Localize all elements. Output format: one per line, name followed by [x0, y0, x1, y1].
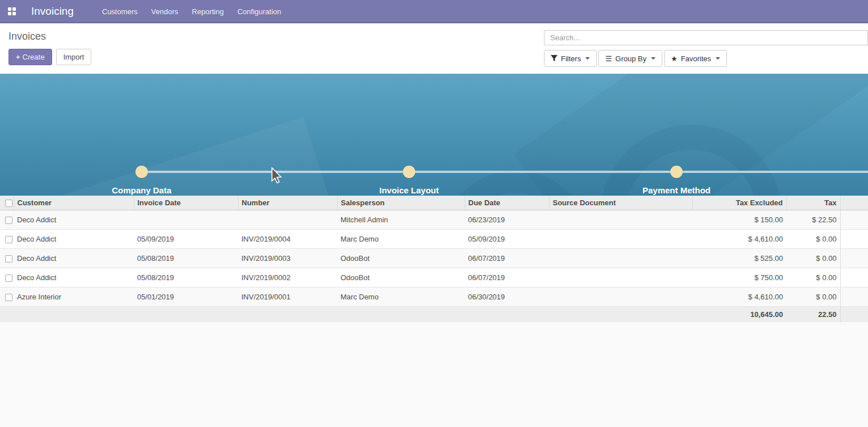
- table-row[interactable]: Deco Addict Mitchell Admin 06/23/2019 $ …: [0, 210, 868, 230]
- step-dot-icon: [135, 166, 148, 178]
- menu-customers[interactable]: Customers: [95, 1, 144, 23]
- onboarding-step-payment-method: Payment Method Configure your payment me…: [563, 166, 790, 196]
- table-row[interactable]: Deco Addict 05/08/2019 INV/2019/0002 Odo…: [0, 268, 868, 288]
- column-header-number[interactable]: Number: [238, 196, 337, 210]
- caret-down-icon: [585, 57, 590, 60]
- step-dot-icon: [670, 166, 683, 178]
- funnel-icon: [551, 55, 558, 62]
- cell-salesperson[interactable]: OdooBot: [337, 268, 465, 288]
- app-title[interactable]: Invoicing: [31, 5, 74, 18]
- cell-customer[interactable]: Deco Addict: [14, 268, 134, 288]
- import-button[interactable]: Import: [56, 49, 92, 65]
- cell-invoice-date[interactable]: 05/09/2019: [134, 230, 238, 249]
- table-row[interactable]: Deco Addict 05/09/2019 INV/2019/0004 Mar…: [0, 230, 868, 249]
- search-area: Filters ☰ Group By ★ Favorites: [544, 30, 868, 67]
- caret-down-icon: [716, 57, 720, 60]
- cell-customer[interactable]: Deco Addict: [14, 249, 134, 268]
- cell-salesperson[interactable]: Marc Demo: [337, 288, 465, 307]
- invoicing-app-window: { "navbar": { "app_name": "Invoicing", "…: [0, 0, 868, 427]
- column-header-salesperson[interactable]: Salesperson: [337, 196, 465, 210]
- cell-invoice-date[interactable]: 05/01/2019: [134, 288, 238, 307]
- apps-menu-icon[interactable]: [8, 7, 16, 16]
- cell-number[interactable]: INV/2019/0001: [238, 288, 337, 307]
- row-checkbox[interactable]: [5, 255, 12, 263]
- cell-source-document[interactable]: [549, 249, 692, 268]
- onboarding-banner: Company Data Set your company's data for…: [0, 74, 868, 196]
- cell-tax[interactable]: $ 0.00: [786, 268, 840, 288]
- filters-button[interactable]: Filters: [544, 50, 597, 67]
- cell-number[interactable]: INV/2019/0003: [238, 249, 337, 268]
- select-all-checkbox[interactable]: [5, 200, 12, 207]
- cell-number[interactable]: INV/2019/0004: [238, 230, 337, 249]
- select-all-cell: [0, 196, 14, 210]
- top-navbar: Invoicing Customers Vendors Reporting Co…: [0, 0, 868, 23]
- row-checkbox[interactable]: [5, 274, 12, 282]
- cell-salesperson[interactable]: Mitchell Admin: [337, 210, 465, 230]
- cell-tax-excluded[interactable]: $ 750.00: [692, 268, 786, 288]
- cell-source-document[interactable]: [549, 268, 692, 288]
- column-header-customer[interactable]: Customer: [14, 196, 134, 210]
- column-header-tax-excluded[interactable]: Tax Excluded: [692, 196, 786, 210]
- menu-vendors[interactable]: Vendors: [144, 1, 185, 23]
- column-header-source-document[interactable]: Source Document: [549, 196, 692, 210]
- group-by-icon: ☰: [605, 55, 612, 62]
- onboarding-step-invoice-layout: Invoice Layout Customize the look of you…: [296, 166, 522, 196]
- search-input[interactable]: [544, 30, 868, 45]
- cell-customer[interactable]: Azure Interior: [14, 288, 134, 307]
- cell-tax-excluded[interactable]: $ 525.00: [692, 249, 786, 268]
- step-title: Invoice Layout: [296, 185, 522, 195]
- row-checkbox[interactable]: [5, 217, 12, 224]
- table-row[interactable]: Azure Interior 05/01/2019 INV/2019/0001 …: [0, 288, 868, 307]
- star-icon: ★: [671, 55, 678, 62]
- cell-tax[interactable]: $ 0.00: [786, 230, 840, 249]
- column-header-tax[interactable]: Tax: [786, 196, 840, 210]
- cell-invoice-date[interactable]: [134, 210, 238, 230]
- cell-salesperson[interactable]: OdooBot: [337, 249, 465, 268]
- cell-tax-excluded[interactable]: $ 150.00: [692, 210, 786, 230]
- create-button[interactable]: +Create: [8, 49, 52, 65]
- cell-tax[interactable]: $ 0.00: [786, 288, 840, 307]
- cell-due-date[interactable]: 06/23/2019: [465, 210, 549, 230]
- invoice-list-table: Customer Invoice Date Number Salesperson…: [0, 196, 868, 322]
- step-title: Payment Method: [563, 185, 790, 195]
- cell-due-date[interactable]: 06/30/2019: [465, 288, 549, 307]
- cell-source-document[interactable]: [549, 288, 692, 307]
- cell-tax[interactable]: $ 0.00: [786, 249, 840, 268]
- cell-invoice-date[interactable]: 05/08/2019: [134, 249, 238, 268]
- column-header-due-date[interactable]: Due Date: [465, 196, 549, 210]
- cell-due-date[interactable]: 06/07/2019: [465, 268, 549, 288]
- cell-customer[interactable]: Deco Addict: [14, 230, 134, 249]
- cell-invoice-date[interactable]: 05/08/2019: [134, 268, 238, 288]
- row-checkbox[interactable]: [5, 294, 12, 301]
- column-header-invoice-date[interactable]: Invoice Date: [134, 196, 238, 210]
- cell-source-document[interactable]: [549, 230, 692, 249]
- step-title: Company Data: [28, 185, 255, 195]
- cell-customer[interactable]: Deco Addict: [14, 210, 134, 230]
- page-title: Invoices: [8, 31, 46, 43]
- cell-due-date[interactable]: 05/09/2019: [465, 230, 549, 249]
- group-by-button[interactable]: ☰ Group By: [598, 50, 662, 67]
- cell-salesperson[interactable]: Marc Demo: [337, 230, 465, 249]
- cell-due-date[interactable]: 06/07/2019: [465, 249, 549, 268]
- total-tax: 22.50: [786, 307, 840, 323]
- menu-configuration[interactable]: Configuration: [231, 1, 288, 23]
- plus-icon: +: [16, 53, 20, 61]
- step-dot-icon: [403, 166, 415, 178]
- cell-tax-excluded[interactable]: $ 4,610.00: [692, 230, 786, 249]
- cell-number[interactable]: [238, 210, 337, 230]
- favorites-button[interactable]: ★ Favorites: [664, 50, 727, 67]
- table-totals-row: 10,645.00 22.50: [0, 307, 868, 323]
- table-header-row: Customer Invoice Date Number Salesperson…: [0, 196, 868, 210]
- cell-source-document[interactable]: [549, 210, 692, 230]
- onboarding-step-company-data: Company Data Set your company's data for…: [28, 166, 255, 196]
- column-header-extra: [840, 196, 868, 210]
- total-tax-excluded: 10,645.00: [692, 307, 786, 323]
- row-checkbox[interactable]: [5, 236, 12, 243]
- menu-reporting[interactable]: Reporting: [185, 1, 231, 23]
- cell-tax-excluded[interactable]: $ 4,610.00: [692, 288, 786, 307]
- navbar-menu: Customers Vendors Reporting Configuratio…: [95, 1, 288, 23]
- cell-tax[interactable]: $ 22.50: [786, 210, 840, 230]
- action-buttons: +Create Import: [8, 49, 91, 65]
- cell-number[interactable]: INV/2019/0002: [238, 268, 337, 288]
- table-row[interactable]: Deco Addict 05/08/2019 INV/2019/0003 Odo…: [0, 249, 868, 268]
